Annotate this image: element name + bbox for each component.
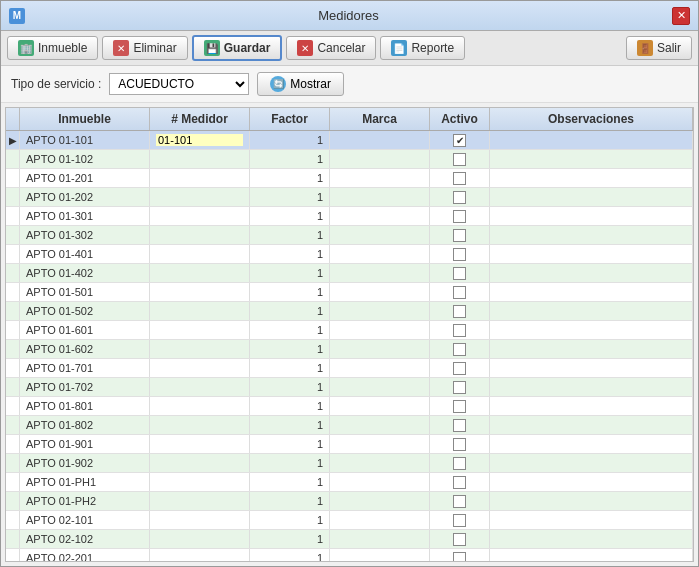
guardar-button[interactable]: 💾 Guardar bbox=[192, 35, 283, 61]
activo-checkbox[interactable] bbox=[453, 457, 466, 470]
activo-checkbox[interactable] bbox=[453, 324, 466, 337]
eliminar-button[interactable]: ✕ Eliminar bbox=[102, 36, 187, 60]
cell-medidor[interactable] bbox=[150, 416, 250, 434]
cell-activo[interactable] bbox=[430, 245, 490, 263]
cell-medidor[interactable] bbox=[150, 283, 250, 301]
cell-medidor[interactable] bbox=[150, 492, 250, 510]
activo-checkbox[interactable] bbox=[453, 400, 466, 413]
cell-marca[interactable] bbox=[330, 340, 430, 358]
table-row[interactable]: APTO 01-8021 bbox=[6, 416, 693, 435]
activo-checkbox[interactable] bbox=[453, 210, 466, 223]
cell-activo[interactable] bbox=[430, 549, 490, 561]
activo-checkbox[interactable] bbox=[453, 381, 466, 394]
table-row[interactable]: APTO 01-9021 bbox=[6, 454, 693, 473]
activo-checkbox[interactable] bbox=[453, 286, 466, 299]
cell-marca[interactable] bbox=[330, 454, 430, 472]
service-select[interactable]: ACUEDUCTO ALCANTARILLADO GAS ENERGIA bbox=[109, 73, 249, 95]
cell-marca[interactable] bbox=[330, 321, 430, 339]
table-row[interactable]: APTO 01-1021 bbox=[6, 150, 693, 169]
cell-activo[interactable] bbox=[430, 283, 490, 301]
inmueble-button[interactable]: 🏢 Inmueble bbox=[7, 36, 98, 60]
cell-medidor[interactable] bbox=[150, 454, 250, 472]
cell-marca[interactable] bbox=[330, 530, 430, 548]
cell-observaciones[interactable] bbox=[490, 283, 693, 301]
table-row[interactable]: APTO 02-1011 bbox=[6, 511, 693, 530]
table-row[interactable]: APTO 02-1021 bbox=[6, 530, 693, 549]
cell-medidor[interactable] bbox=[150, 378, 250, 396]
cell-marca[interactable] bbox=[330, 283, 430, 301]
cell-observaciones[interactable] bbox=[490, 492, 693, 510]
cell-observaciones[interactable] bbox=[490, 340, 693, 358]
cell-activo[interactable] bbox=[430, 454, 490, 472]
cell-observaciones[interactable] bbox=[490, 359, 693, 377]
cell-marca[interactable] bbox=[330, 131, 430, 149]
cell-medidor[interactable] bbox=[150, 302, 250, 320]
cell-medidor[interactable] bbox=[150, 359, 250, 377]
reporte-button[interactable]: 📄 Reporte bbox=[380, 36, 465, 60]
activo-checkbox[interactable] bbox=[453, 514, 466, 527]
cell-activo[interactable] bbox=[430, 340, 490, 358]
cell-marca[interactable] bbox=[330, 302, 430, 320]
cell-observaciones[interactable] bbox=[490, 378, 693, 396]
cell-activo[interactable] bbox=[430, 302, 490, 320]
cell-medidor[interactable] bbox=[150, 264, 250, 282]
cell-observaciones[interactable] bbox=[490, 473, 693, 491]
cell-observaciones[interactable] bbox=[490, 226, 693, 244]
cell-medidor[interactable] bbox=[150, 549, 250, 561]
cell-observaciones[interactable] bbox=[490, 416, 693, 434]
cell-observaciones[interactable] bbox=[490, 511, 693, 529]
cell-medidor[interactable] bbox=[150, 150, 250, 168]
cell-medidor[interactable] bbox=[150, 188, 250, 206]
cell-marca[interactable] bbox=[330, 416, 430, 434]
cell-medidor[interactable] bbox=[150, 511, 250, 529]
table-row[interactable]: APTO 01-5021 bbox=[6, 302, 693, 321]
cell-activo[interactable] bbox=[430, 264, 490, 282]
cell-activo[interactable] bbox=[430, 492, 490, 510]
table-row[interactable]: APTO 01-4011 bbox=[6, 245, 693, 264]
activo-checkbox[interactable] bbox=[453, 552, 466, 562]
table-row[interactable]: APTO 01-3021 bbox=[6, 226, 693, 245]
table-row[interactable]: APTO 01-6021 bbox=[6, 340, 693, 359]
activo-checkbox[interactable] bbox=[453, 533, 466, 546]
cell-medidor[interactable] bbox=[150, 530, 250, 548]
cell-marca[interactable] bbox=[330, 378, 430, 396]
cell-activo[interactable] bbox=[430, 207, 490, 225]
cell-marca[interactable] bbox=[330, 549, 430, 561]
cell-observaciones[interactable] bbox=[490, 131, 693, 149]
cell-observaciones[interactable] bbox=[490, 321, 693, 339]
activo-checkbox[interactable]: ✔ bbox=[453, 134, 466, 147]
activo-checkbox[interactable] bbox=[453, 438, 466, 451]
cell-marca[interactable] bbox=[330, 188, 430, 206]
cell-marca[interactable] bbox=[330, 473, 430, 491]
cell-activo[interactable] bbox=[430, 150, 490, 168]
table-row[interactable]: APTO 01-PH21 bbox=[6, 492, 693, 511]
close-button[interactable]: ✕ bbox=[672, 7, 690, 25]
cell-medidor[interactable] bbox=[150, 131, 250, 149]
cell-marca[interactable] bbox=[330, 264, 430, 282]
cell-medidor[interactable] bbox=[150, 169, 250, 187]
table-row[interactable]: ▶APTO 01-1011✔ bbox=[6, 131, 693, 150]
table-row[interactable]: APTO 01-PH11 bbox=[6, 473, 693, 492]
cell-marca[interactable] bbox=[330, 169, 430, 187]
table-row[interactable]: APTO 01-2011 bbox=[6, 169, 693, 188]
table-row[interactable]: APTO 01-2021 bbox=[6, 188, 693, 207]
activo-checkbox[interactable] bbox=[453, 172, 466, 185]
cell-marca[interactable] bbox=[330, 245, 430, 263]
cell-observaciones[interactable] bbox=[490, 207, 693, 225]
activo-checkbox[interactable] bbox=[453, 229, 466, 242]
table-row[interactable]: APTO 01-7021 bbox=[6, 378, 693, 397]
activo-checkbox[interactable] bbox=[453, 343, 466, 356]
cell-observaciones[interactable] bbox=[490, 397, 693, 415]
table-row[interactable]: APTO 01-9011 bbox=[6, 435, 693, 454]
cell-observaciones[interactable] bbox=[490, 150, 693, 168]
cell-observaciones[interactable] bbox=[490, 302, 693, 320]
cell-activo[interactable]: ✔ bbox=[430, 131, 490, 149]
cell-marca[interactable] bbox=[330, 226, 430, 244]
activo-checkbox[interactable] bbox=[453, 191, 466, 204]
cell-medidor[interactable] bbox=[150, 207, 250, 225]
cancelar-button[interactable]: ✕ Cancelar bbox=[286, 36, 376, 60]
cell-medidor[interactable] bbox=[150, 226, 250, 244]
mostrar-button[interactable]: 🔄 Mostrar bbox=[257, 72, 344, 96]
table-row[interactable]: APTO 01-4021 bbox=[6, 264, 693, 283]
cell-medidor[interactable] bbox=[150, 435, 250, 453]
